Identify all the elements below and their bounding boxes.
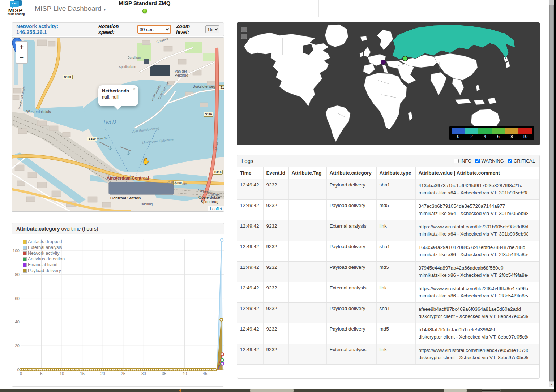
legend-item: Financial fraud	[23, 262, 65, 268]
legend-tick: 4	[478, 134, 492, 139]
attribute-comment: mimikatz-like x64 - Xchecked via VT: 301…	[419, 189, 529, 197]
brand-subtitle: Threat Sharing	[4, 13, 27, 15]
legend-item: Artifacts dropped	[23, 239, 65, 245]
divider	[93, 26, 93, 33]
attribute-value: https://www.virustotal.com/file/2f8c54f9…	[419, 285, 529, 292]
attribute-comment: mimikatz-like x64 - Xchecked via VT: 301…	[419, 210, 529, 217]
legend-color-segment	[492, 128, 505, 134]
scrollbar-down-arrow[interactable]: ▼	[549, 382, 554, 387]
country-south-america	[326, 105, 350, 142]
taskbar-button-3	[482, 389, 501, 392]
scrollbar-thumb[interactable]	[549, 5, 554, 381]
chart-title-rest: overtime (hours)	[60, 226, 98, 232]
svg-text:100: 100	[13, 249, 20, 253]
legend-tick: 10	[518, 134, 532, 139]
chart-title-bold: Attribute.category	[16, 226, 60, 232]
logs-table: TimeEvent.idAttribute.TagAttribute.categ…	[237, 167, 539, 365]
zoom-level-select[interactable]: 15	[205, 25, 219, 33]
world-zoom-in-button[interactable]: +	[241, 27, 247, 32]
popup-close-icon[interactable]: ×	[133, 86, 136, 92]
logs-header: Logs INFOWARNINGCRITICAL	[237, 155, 539, 167]
log-filter-critical[interactable]: CRITICAL	[508, 158, 535, 164]
table-row[interactable]: 12:49:429232External analysislinkhttps:/…	[237, 344, 539, 365]
svg-text:15: 15	[80, 371, 85, 376]
legend-tick: 8	[505, 134, 518, 139]
leaflet-map[interactable]: + − GraswegBundlaanSpadinalaanVan derPek…	[12, 37, 224, 212]
taskbar-dot	[179, 389, 181, 392]
map-tiles	[12, 38, 224, 211]
rotation-speed-label: Rotation speed:	[98, 23, 135, 35]
svg-text:25: 25	[121, 371, 125, 376]
taskbar-button-2	[444, 389, 467, 392]
svg-text:40: 40	[182, 371, 187, 376]
zmq-status-dot	[142, 9, 147, 13]
legend-swatch	[23, 246, 27, 250]
chart-panel-header: Attribute.category overtime (hours)	[12, 223, 224, 234]
log-filters: INFOWARNINGCRITICAL	[450, 158, 535, 164]
misp-logo[interactable]: ••• MISP Threat Sharing	[4, 0, 27, 17]
log-filter-info[interactable]: INFO	[454, 158, 471, 164]
table-row[interactable]: 12:49:429232Payload deliverysha1413eba39…	[237, 179, 539, 200]
map-zoom-control: + −	[16, 41, 28, 64]
column-header: Attribute.type	[376, 167, 415, 179]
world-legend-ticks: 0246810	[452, 134, 532, 139]
legend-item: External analysis	[23, 245, 65, 250]
legend-color-segment	[505, 128, 518, 134]
svg-text:60: 60	[15, 296, 20, 301]
table-row[interactable]: 12:49:429232External analysislinkhttps:/…	[237, 282, 539, 303]
svg-text:10: 10	[60, 371, 64, 376]
taskbar-strip	[0, 389, 554, 392]
legend-swatch	[23, 240, 27, 244]
hand-cursor-icon: ✋	[142, 158, 150, 165]
legend-color-segment	[465, 128, 478, 134]
dashboard-title-dropdown[interactable]: MISP Live Dashboard▾	[35, 0, 106, 17]
attribute-comment: mimikatz-like x64 - Xchecked via VT: 301…	[419, 231, 529, 238]
table-row[interactable]: 12:49:429232Payload deliverysha1afeee8b4…	[237, 303, 539, 323]
navbar-divider-2	[318, 0, 319, 17]
legend-item: Antivirus detection	[23, 256, 65, 262]
logs-panel: Logs INFOWARNINGCRITICAL TimeEvent.idAtt…	[237, 155, 540, 379]
event-marker	[403, 56, 408, 61]
legend-color-segment	[518, 128, 532, 134]
svg-text:20: 20	[15, 344, 20, 348]
misp-chat-bubbles-icon: •••	[8, 0, 23, 8]
column-header: Attribute.category	[326, 167, 376, 179]
legend-item: Network activity	[23, 250, 65, 256]
log-filter-warning[interactable]: WARNING	[475, 158, 504, 164]
logs-title: Logs	[241, 158, 253, 164]
map-zoom-in-button[interactable]: +	[16, 42, 27, 52]
network-activity-panel: Network activity: 146.255.36.1 Rotation …	[12, 22, 224, 36]
checkbox-info[interactable]	[454, 159, 459, 163]
world-map-panel[interactable]: + − 0246810	[237, 22, 540, 145]
navbar: ••• MISP Threat Sharing MISP Live Dashbo…	[0, 0, 556, 17]
legend-tick: 6	[492, 134, 505, 139]
checkbox-critical[interactable]	[508, 159, 512, 163]
world-zoom-out-button[interactable]: −	[241, 34, 247, 39]
misp-live-dashboard-screen: ••• MISP Threat Sharing MISP Live Dashbo…	[0, 0, 556, 392]
column-header: Time	[237, 167, 263, 179]
leaflet-attribution[interactable]: Leaflet	[208, 206, 224, 211]
legend-swatch	[23, 269, 27, 273]
legend-item: Payload delivery	[23, 268, 65, 273]
attribute-value: 16605a4a29a101208457c47ebfde788487be788d	[419, 244, 529, 251]
brand-name: MISP	[4, 8, 27, 13]
map-zoom-out-button[interactable]: −	[16, 52, 27, 63]
popup-body: null, null	[102, 95, 134, 100]
svg-text:5: 5	[40, 371, 42, 376]
network-activity-link[interactable]: Network activity: 146.255.36.1	[16, 23, 88, 35]
rotation-speed-select[interactable]: 30 sec	[137, 25, 171, 34]
zmq-label: MISP Standard ZMQ	[108, 0, 181, 6]
table-row[interactable]: 12:49:429232Payload deliverymd5b14d8faf7…	[237, 323, 539, 344]
table-row[interactable]: 12:49:429232Payload deliverysha116605a4a…	[237, 241, 539, 262]
table-row[interactable]: 12:49:429232Payload deliverymd537945c44a…	[237, 262, 539, 282]
table-row[interactable]: 12:49:429232External analysislinkhttps:/…	[237, 220, 539, 241]
svg-text:20: 20	[100, 371, 105, 376]
table-row[interactable]: 12:49:429232Payload deliverymd5347ac3b6b…	[237, 200, 539, 220]
world-zoom-control: + −	[241, 27, 247, 40]
legend-tick: 0	[452, 134, 465, 139]
checkbox-warning[interactable]	[475, 159, 480, 163]
svg-text:30: 30	[141, 371, 146, 376]
svg-text:40: 40	[15, 320, 20, 324]
country-north-america	[244, 33, 330, 106]
country-greenland	[325, 25, 348, 47]
